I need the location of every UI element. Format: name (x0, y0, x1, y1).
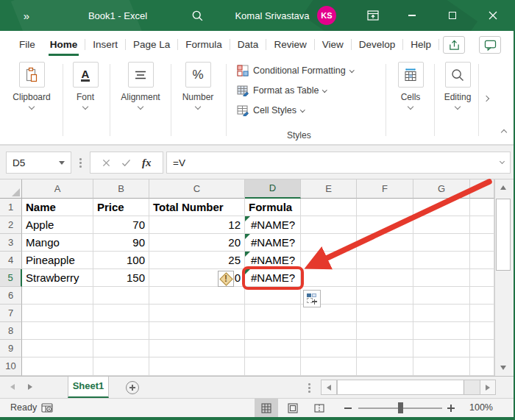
cell-F5[interactable] (357, 269, 413, 287)
cell-D3-name-error[interactable]: #NAME? (245, 234, 301, 252)
scroll-up-button[interactable] (495, 179, 511, 196)
font-icon[interactable]: A (73, 62, 99, 88)
cell-D7[interactable] (245, 305, 301, 322)
page-break-preview-button[interactable] (308, 399, 331, 417)
cell-B6[interactable] (93, 287, 149, 305)
horizontal-scroll-track[interactable] (464, 380, 480, 394)
cell-G2[interactable] (413, 216, 470, 234)
cell-B1[interactable]: Price (93, 199, 149, 216)
tab-insert[interactable]: Insert (85, 31, 125, 58)
zoom-level[interactable]: 100% (469, 402, 493, 413)
macro-record-icon[interactable] (41, 402, 53, 416)
vertical-scroll-thumb[interactable] (496, 199, 511, 271)
row-header-6[interactable]: 6 (0, 287, 22, 305)
page-layout-view-button[interactable] (281, 399, 305, 417)
tab-formulas[interactable]: Formula (178, 31, 230, 58)
error-options-button[interactable] (303, 290, 321, 307)
cell-A3[interactable]: Mango (22, 234, 93, 252)
search-icon[interactable] (186, 0, 208, 31)
quick-access-overflow-button[interactable]: » (18, 0, 35, 31)
prev-sheet-button[interactable] (10, 384, 15, 390)
row-header-5-selected[interactable]: 5 (0, 269, 22, 287)
row-header-10[interactable]: 10 (0, 357, 22, 376)
ribbon-display-options-icon[interactable] (362, 0, 384, 31)
cell-H5[interactable] (470, 269, 494, 287)
cell-F4[interactable] (357, 252, 413, 269)
maximize-button[interactable] (441, 0, 464, 31)
cell-B10[interactable] (93, 357, 149, 376)
format-as-table-button[interactable]: Format as Table (237, 84, 327, 97)
cell-E9[interactable] (301, 340, 357, 357)
cell-C1[interactable]: Total Number (149, 199, 245, 216)
clipboard-icon[interactable] (19, 62, 45, 88)
ribbon-group-cells[interactable]: Cells (394, 62, 427, 109)
insert-function-icon[interactable]: fx (142, 157, 152, 169)
minimize-button[interactable] (400, 0, 424, 31)
cell-H2[interactable] (470, 216, 494, 234)
tab-page-layout[interactable]: Page La (126, 31, 177, 58)
vertical-scrollbar[interactable] (494, 179, 511, 376)
find-select-icon[interactable] (445, 62, 471, 88)
row-header-3[interactable]: 3 (0, 234, 22, 252)
collapse-ribbon-icon[interactable] (501, 129, 507, 135)
tab-view[interactable]: View (315, 31, 351, 58)
cell-F6[interactable] (357, 287, 413, 305)
alignment-icon[interactable] (128, 62, 154, 88)
cell-H4[interactable] (470, 252, 494, 269)
cell-F8[interactable] (357, 322, 413, 340)
scroll-down-button[interactable] (495, 360, 511, 376)
cell-B9[interactable] (93, 340, 149, 357)
cell-E1[interactable] (301, 199, 357, 216)
zoom-out-button[interactable] (344, 407, 352, 409)
cell-E4[interactable] (301, 252, 357, 269)
horizontal-scroll-thumb[interactable] (337, 380, 464, 394)
cell-G8[interactable] (413, 322, 470, 340)
cell-H8[interactable] (470, 322, 494, 340)
close-button[interactable] (481, 0, 505, 31)
avatar[interactable]: KS (317, 6, 336, 25)
row-header-4[interactable]: 4 (0, 252, 22, 269)
col-header-C[interactable]: C (149, 179, 245, 199)
cell-B2[interactable]: 70 (93, 216, 149, 234)
cancel-entry-icon[interactable] (102, 159, 110, 167)
cell-A10[interactable] (22, 357, 93, 376)
cell-A7[interactable] (22, 305, 93, 322)
cell-H1[interactable] (470, 199, 494, 216)
row-header-2[interactable]: 2 (0, 216, 22, 234)
cell-B4[interactable]: 100 (93, 252, 149, 269)
zoom-slider-handle[interactable] (398, 402, 403, 413)
formula-bar-grip[interactable] (79, 158, 82, 168)
cell-C3[interactable]: 20 (149, 234, 245, 252)
new-sheet-button[interactable] (126, 381, 139, 394)
cell-E2[interactable] (301, 216, 357, 234)
cell-A9[interactable] (22, 340, 93, 357)
name-box[interactable]: D5 (6, 152, 71, 174)
cell-C4[interactable]: 25 (149, 252, 245, 269)
share-button[interactable] (443, 36, 465, 54)
cell-C9[interactable] (149, 340, 245, 357)
cell-F1[interactable] (357, 199, 413, 216)
cell-A2[interactable]: Apple (22, 216, 93, 234)
cell-A8[interactable] (22, 322, 93, 340)
cell-A5[interactable]: Strawberry (22, 269, 93, 287)
percent-icon[interactable]: % (185, 62, 211, 88)
tab-help[interactable]: Help (403, 31, 438, 58)
conditional-formatting-button[interactable]: Conditional Formatting (237, 64, 353, 77)
select-all-corner[interactable] (0, 179, 22, 199)
cell-B8[interactable] (93, 322, 149, 340)
cell-F10[interactable] (357, 357, 413, 376)
cell-C2[interactable]: 12 (149, 216, 245, 234)
normal-view-button[interactable] (255, 399, 278, 417)
sheet-tab-sheet1[interactable]: Sheet1 (68, 377, 109, 398)
cell-G3[interactable] (413, 234, 470, 252)
cell-D2-name-error[interactable]: #NAME? (245, 216, 301, 234)
cell-G9[interactable] (413, 340, 470, 357)
enter-entry-icon[interactable] (121, 159, 131, 167)
col-header-A[interactable]: A (22, 179, 93, 199)
cell-F3[interactable] (357, 234, 413, 252)
tab-home[interactable]: Home (43, 31, 85, 58)
cell-A4[interactable]: Pineapple (22, 252, 93, 269)
comments-button[interactable] (479, 36, 501, 54)
row-header-9[interactable]: 9 (0, 340, 22, 357)
cell-F7[interactable] (357, 305, 413, 322)
